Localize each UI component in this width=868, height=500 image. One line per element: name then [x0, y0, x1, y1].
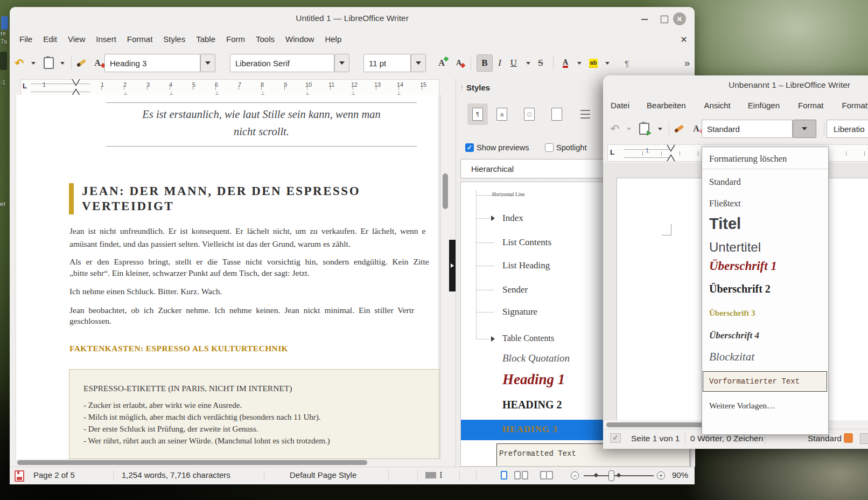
increase-font-button[interactable]: A: [435, 55, 448, 71]
undo-dropdown[interactable]: [621, 121, 634, 137]
zoom-level[interactable]: 90%: [672, 470, 688, 480]
clone-formatting-button[interactable]: [673, 121, 685, 137]
save-status-icon[interactable]: [15, 470, 24, 482]
menu-format[interactable]: Format: [122, 30, 158, 49]
clear-formatting-button[interactable]: A: [91, 55, 104, 71]
minimize-button[interactable]: [640, 15, 649, 24]
paragraph-style-dropdown-open[interactable]: [793, 120, 816, 138]
expand-arrow-icon[interactable]: [491, 216, 495, 221]
menu-file[interactable]: File: [14, 30, 38, 49]
maximize-button[interactable]: [660, 15, 669, 24]
titlebar[interactable]: Unbenannt 1 – LibreOffice Writer: [603, 75, 868, 96]
highlight-color-dropdown[interactable]: [600, 55, 613, 71]
style-item-block-quotation[interactable]: Block Quotation: [502, 352, 570, 364]
dropdown-item-titel[interactable]: Titel: [709, 215, 741, 233]
font-size-combo[interactable]: 11 pt: [363, 54, 411, 72]
style-item-horizontal-line[interactable]: Horizontal Line: [492, 192, 524, 197]
dropdown-item-weitere-vorlagen[interactable]: Weitere Vorlagen…: [709, 401, 775, 411]
sidebar-hide-handle[interactable]: [449, 240, 456, 291]
document-page[interactable]: Es ist erstaunlich, wie laut Stille sein…: [16, 95, 438, 459]
dropdown-item-vorformatierter-text[interactable]: Vorformatierter Text: [703, 371, 827, 392]
underline-dropdown[interactable]: [521, 55, 534, 71]
titlebar[interactable]: Untitled 1 — LibreOffice Writer: [10, 7, 695, 30]
vertical-scrollbar[interactable]: [440, 95, 450, 459]
menu-view[interactable]: View: [62, 30, 90, 49]
dropdown-item-ueberschrift-1[interactable]: Überschrift 1: [709, 259, 777, 273]
expand-arrow-icon[interactable]: [491, 336, 495, 342]
selection-mode-icon[interactable]: [425, 472, 436, 478]
paragraph-style-combo[interactable]: Standard: [702, 120, 793, 138]
close-button[interactable]: ✕: [673, 12, 686, 25]
style-item-list-contents[interactable]: List Contents: [502, 237, 551, 248]
indent-marker[interactable]: [72, 79, 80, 95]
paragraph-style-combo[interactable]: Heading 3: [104, 54, 200, 72]
dropdown-item-standard[interactable]: Standard: [709, 177, 741, 188]
tab-page-styles[interactable]: [547, 103, 567, 125]
font-size-dropdown[interactable]: [411, 54, 426, 72]
tab-character-styles[interactable]: a: [492, 103, 512, 125]
close-document-button[interactable]: ✕: [677, 33, 690, 46]
paragraph-style-dropdown[interactable]: [200, 54, 215, 72]
menu-edit[interactable]: Edit: [38, 30, 62, 49]
font-color-button[interactable]: A: [559, 55, 572, 71]
menu-datei[interactable]: Datei: [605, 96, 635, 115]
bold-button[interactable]: B: [477, 54, 493, 72]
menu-tools[interactable]: Tools: [250, 30, 280, 49]
menu-styles[interactable]: Styles: [158, 30, 191, 49]
style-item-heading-1[interactable]: Heading 1: [502, 371, 565, 388]
dropdown-item-fliesstext[interactable]: Fließtext: [709, 198, 741, 209]
style-item-table-contents[interactable]: Table Contents: [502, 334, 554, 343]
paste-dropdown[interactable]: [653, 121, 666, 137]
menu-ansicht[interactable]: Ansicht: [699, 96, 736, 115]
paste-button[interactable]: [638, 121, 650, 137]
page-style[interactable]: Default Page Style: [290, 470, 356, 480]
font-name-dropdown[interactable]: [334, 54, 349, 72]
panel-drag-dots[interactable]: ⋮: [458, 84, 464, 92]
undo-button-disabled[interactable]: ↶: [608, 121, 621, 137]
paste-button[interactable]: [42, 55, 55, 71]
dropdown-item-ueberschrift-2[interactable]: Überschrift 2: [709, 283, 771, 295]
tab-list-styles[interactable]: [575, 103, 596, 125]
menu-insert[interactable]: Insert: [90, 30, 122, 49]
formatting-marks-button[interactable]: ¶: [620, 55, 633, 71]
menu-window[interactable]: Window: [280, 30, 319, 49]
clear-formatting-button[interactable]: A: [690, 121, 703, 137]
menu-form[interactable]: Form: [221, 30, 250, 49]
show-previews-checkbox[interactable]: ✓ Show previews: [465, 143, 529, 152]
menu-table[interactable]: Table: [191, 30, 221, 49]
style-item-heading-2[interactable]: HEADING 2: [502, 399, 562, 411]
page-count[interactable]: Page 2 of 5: [33, 470, 75, 480]
undo-button[interactable]: ↶: [13, 55, 26, 71]
horizontal-scrollbar[interactable]: [15, 459, 440, 467]
font-name-combo[interactable]: Liberation Serif: [230, 54, 334, 72]
menu-einfuegen[interactable]: Einfügen: [743, 96, 785, 115]
style-item-list-heading[interactable]: List Heading: [502, 260, 550, 271]
undo-dropdown[interactable]: [26, 55, 39, 71]
menu-help[interactable]: Help: [319, 30, 347, 49]
dropdown-item-blockzitat[interactable]: Blockzitat: [709, 350, 754, 364]
tab-selector[interactable]: L: [23, 82, 27, 90]
dropdown-item-clear-formatting[interactable]: Formatierung löschen: [709, 154, 787, 164]
zoom-slider-thumb[interactable]: [608, 470, 614, 481]
menu-formatvorlagen[interactable]: Formatv: [837, 96, 868, 115]
highlight-color-button[interactable]: ab: [587, 55, 600, 71]
strikethrough-button[interactable]: S: [534, 55, 548, 71]
style-item-sender[interactable]: Sender: [502, 284, 528, 295]
tab-paragraph-styles[interactable]: ¶: [467, 103, 488, 125]
paste-dropdown[interactable]: [55, 55, 68, 71]
scrollbar-thumb[interactable]: [443, 173, 448, 209]
horizontal-ruler[interactable]: L 1 1 2 3 4 5 6 7 8 9 10 11 12 13 14 15 …: [20, 79, 439, 95]
toolbar-overflow-button[interactable]: »: [680, 57, 695, 70]
style-item-index[interactable]: Index: [502, 213, 523, 224]
scrollbar-thumb[interactable]: [606, 422, 705, 427]
dropdown-item-ueberschrift-4[interactable]: Überschrift 4: [709, 330, 759, 341]
zoom-out-button[interactable]: −: [571, 471, 579, 480]
word-count[interactable]: 0 Wörter, 0 Zeichen: [690, 434, 763, 443]
multi-page-view-button[interactable]: [514, 471, 528, 480]
tab-selector[interactable]: L: [610, 148, 614, 156]
indent-marker[interactable]: [667, 145, 675, 161]
style-item-signature[interactable]: Signature: [502, 307, 537, 317]
book-view-button[interactable]: [540, 471, 553, 480]
italic-button[interactable]: I: [493, 55, 507, 71]
save-status-icon[interactable]: [844, 433, 853, 443]
